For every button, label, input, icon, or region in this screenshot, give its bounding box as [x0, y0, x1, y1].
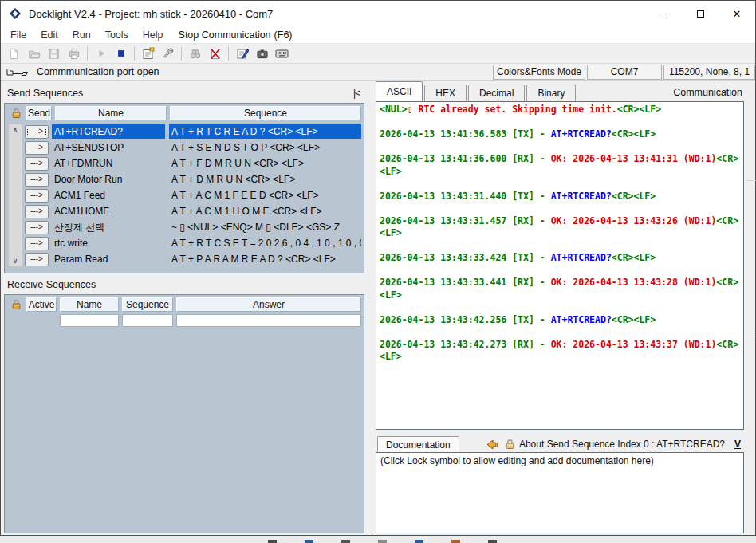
- receive-sequence-cell[interactable]: [122, 314, 173, 327]
- clear-communication-icon[interactable]: [205, 45, 225, 62]
- column-header-answer[interactable]: Answer: [176, 297, 361, 312]
- send-sequence-row[interactable]: --->산정제 선택~ ▯ <NUL> <ENQ> M ▯ <DLE> <GS>…: [25, 219, 361, 235]
- sequence-bytes[interactable]: ~ ▯ <NUL> <ENQ> M ▯ <DLE> <GS> Z: [169, 220, 361, 234]
- sequence-bytes[interactable]: A T + F D M R U N <CR> <LF>: [169, 156, 361, 171]
- save-project-icon[interactable]: [44, 45, 64, 62]
- send-sequence-row[interactable]: --->Param ReadA T + P A R A M R E A D ? …: [25, 251, 361, 267]
- send-sequence-row[interactable]: --->ACM1 FeedA T + A C M 1 F E E D <CR> …: [25, 187, 361, 203]
- collapse-panel-button[interactable]: |<: [350, 88, 363, 99]
- sequence-bytes[interactable]: A T + A C M 1 F E E D <CR> <LF>: [169, 188, 361, 203]
- tab-documentation[interactable]: Documentation: [377, 436, 459, 452]
- column-header-active[interactable]: Active: [26, 297, 57, 312]
- send-button[interactable]: --->: [25, 253, 49, 266]
- row-scroll-strip[interactable]: ∧ ∨: [8, 124, 22, 267]
- port-settings-indicator[interactable]: 115200, None, 8, 1: [663, 65, 755, 80]
- lock-icon[interactable]: [505, 439, 515, 450]
- sequence-bytes[interactable]: A T + D M R U N <CR> <LF>: [169, 172, 361, 187]
- start-communication-icon[interactable]: [91, 45, 111, 62]
- sequence-name[interactable]: rtc write: [52, 236, 165, 250]
- back-arrow-icon[interactable]: [486, 439, 500, 450]
- com-port-indicator[interactable]: COM7: [587, 65, 662, 80]
- log-entry: 2026-04-13 13:41:36.583 [TX] - AT+RTCREA…: [380, 128, 740, 141]
- maximize-button[interactable]: [682, 1, 719, 26]
- sequence-name[interactable]: 산정제 선택: [52, 220, 165, 234]
- lock-icon[interactable]: [7, 108, 25, 119]
- menu-file[interactable]: File: [3, 30, 33, 41]
- new-project-icon[interactable]: [4, 45, 24, 62]
- print-icon[interactable]: [64, 45, 84, 62]
- open-project-icon[interactable]: [24, 45, 44, 62]
- sequence-bytes[interactable]: A T + R T C S E T = 2 0 2 6 , 0 4 , 1 0 …: [169, 236, 361, 250]
- menu-tools[interactable]: Tools: [98, 30, 136, 41]
- send-button[interactable]: --->: [25, 189, 49, 203]
- edit-notes-icon[interactable]: [232, 45, 252, 62]
- log-entry: 2026-04-13 13:43:42.256 [TX] - AT+RTCREA…: [380, 314, 740, 327]
- sequence-name[interactable]: Door Motor Run: [52, 172, 165, 187]
- docklight-window: Docklight V2.4 - Project: mh stick - 202…: [0, 0, 756, 536]
- sequence-name[interactable]: AT+RTCREAD?: [52, 124, 165, 139]
- sequence-name[interactable]: AT+FDMRUN: [52, 156, 165, 171]
- stop-communication-icon[interactable]: [111, 45, 131, 62]
- background-fragment: [746, 180, 756, 181]
- tab-binary[interactable]: Binary: [526, 85, 576, 101]
- sequence-bytes[interactable]: A T + R T C R E A D ? <CR> <LF>: [169, 124, 361, 139]
- documentation-content[interactable]: (Click Lock symbol to allow editing and …: [376, 452, 744, 533]
- snapshot-icon[interactable]: [252, 45, 272, 62]
- documentation-caption: About Send Sequence Index 0 : AT+RTCREAD…: [519, 439, 725, 450]
- scroll-up-icon[interactable]: ∧: [13, 126, 18, 134]
- menu-stop-communication-shortcut[interactable]: (F6): [274, 30, 299, 41]
- send-sequence-row[interactable]: --->AT+SENDSTOPA T + S E N D S T O P <CR…: [25, 140, 361, 155]
- send-sequence-row[interactable]: --->rtc writeA T + R T C S E T = 2 0 2 6…: [25, 235, 361, 251]
- sequence-name[interactable]: ACM1 Feed: [52, 188, 165, 203]
- scroll-down-icon[interactable]: ∨: [13, 257, 18, 265]
- receive-answer-cell[interactable]: [176, 314, 361, 327]
- expand-documentation-button[interactable]: V: [734, 439, 741, 450]
- tab-ascii[interactable]: ASCII: [376, 81, 423, 101]
- send-button[interactable]: --->: [25, 205, 49, 218]
- close-button[interactable]: ✕: [719, 1, 755, 26]
- sequence-bytes[interactable]: A T + A C M 1 H O M E <CR> <LF>: [169, 204, 361, 218]
- sequence-bytes[interactable]: A T + S E N D S T O P <CR> <LF>: [169, 140, 361, 155]
- send-button[interactable]: --->: [25, 125, 49, 139]
- tab-hex[interactable]: HEX: [424, 85, 467, 101]
- find-icon[interactable]: [185, 45, 205, 62]
- send-button[interactable]: --->: [25, 221, 49, 234]
- communication-log[interactable]: <NUL>▯ RTC already set. Skipping time in…: [376, 101, 744, 430]
- taskbar-peek: [451, 540, 460, 543]
- taskbar-peek: [268, 540, 277, 543]
- menu-help[interactable]: Help: [136, 30, 171, 41]
- colors-fonts-mode-indicator[interactable]: Colors&Fonts Mode: [493, 65, 585, 80]
- keyboard-console-icon[interactable]: [272, 45, 292, 62]
- send-sequence-row[interactable]: --->ACM1HOMEA T + A C M 1 H O M E <CR> <…: [25, 203, 361, 219]
- column-header-sequence[interactable]: Sequence: [170, 106, 361, 120]
- column-header-send[interactable]: Send: [26, 106, 52, 120]
- send-sequences-title: Send Sequences: [7, 88, 83, 99]
- tab-decimal[interactable]: Decimal: [468, 85, 525, 101]
- receive-name-cell[interactable]: [60, 314, 119, 327]
- lock-icon[interactable]: [7, 299, 25, 310]
- send-sequence-row[interactable]: --->Door Motor RunA T + D M R U N <CR> <…: [25, 171, 361, 187]
- sequence-name[interactable]: Param Read: [52, 252, 165, 266]
- window-title: Docklight V2.4 - Project: mh stick - 202…: [29, 8, 273, 20]
- menu-stop-communication[interactable]: Stop Communication: [171, 30, 274, 41]
- column-header-sequence[interactable]: Sequence: [122, 297, 173, 312]
- project-settings-icon[interactable]: [138, 45, 158, 62]
- options-icon[interactable]: [158, 45, 178, 62]
- send-button[interactable]: --->: [25, 141, 49, 155]
- sequence-name[interactable]: AT+SENDSTOP: [52, 140, 165, 155]
- log-entry: 2026-04-13 13:41:36.600 [RX] - OK: 2026-…: [380, 153, 740, 178]
- status-bar: Commmunication port open Colors&Fonts Mo…: [1, 64, 755, 81]
- send-sequence-row[interactable]: --->AT+FDMRUNA T + F D M R U N <CR> <LF>: [25, 155, 361, 171]
- send-sequence-row[interactable]: --->AT+RTCREAD?A T + R T C R E A D ? <CR…: [25, 124, 361, 140]
- send-button[interactable]: --->: [25, 173, 49, 187]
- send-button[interactable]: --->: [25, 157, 49, 171]
- minimize-button[interactable]: [645, 1, 682, 26]
- sequence-bytes[interactable]: A T + P A R A M R E A D ? <CR> <LF>: [169, 252, 361, 266]
- menu-edit[interactable]: Edit: [33, 30, 65, 41]
- communication-status-text: Commmunication port open: [37, 66, 159, 77]
- send-button[interactable]: --->: [25, 237, 49, 250]
- column-header-name[interactable]: Name: [55, 106, 167, 120]
- column-header-name[interactable]: Name: [60, 297, 119, 312]
- sequence-name[interactable]: ACM1HOME: [52, 204, 165, 218]
- menu-run[interactable]: Run: [65, 30, 98, 41]
